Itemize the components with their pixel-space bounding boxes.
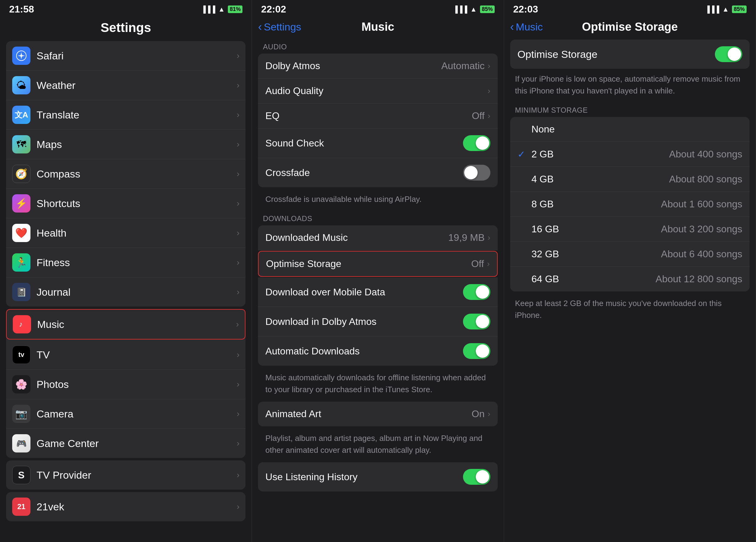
sidebar-item-label: Journal xyxy=(37,286,237,298)
compass-icon: 🧭 xyxy=(12,165,30,183)
chevron-icon: › xyxy=(237,110,239,120)
battery-badge-2: 85% xyxy=(480,5,495,13)
sidebar-item-fitness[interactable]: 🏃 Fitness › xyxy=(6,248,246,277)
sidebar-item-label: Photos xyxy=(37,378,237,390)
download-mobile-item[interactable]: Download over Mobile Data xyxy=(258,277,497,307)
sidebar-item-tvprovider[interactable]: S TV Provider › xyxy=(6,460,246,490)
sound-check-toggle[interactable] xyxy=(463,135,490,151)
audio-section-label: AUDIO xyxy=(258,40,497,54)
sidebar-item-gamecenter[interactable]: 🎮 Game Center › xyxy=(6,429,246,458)
music-settings-list: AUDIO Dolby Atmos Automatic › Audio Qual… xyxy=(252,40,503,542)
storage-option-4gb[interactable]: 4 GB About 800 songs xyxy=(510,167,750,192)
auto-downloads-label: Automatic Downloads xyxy=(265,345,463,357)
crossfade-item[interactable]: Crossfade xyxy=(258,158,497,187)
download-dolby-item[interactable]: Download in Dolby Atmos xyxy=(258,307,497,336)
storage-count: About 3 200 songs xyxy=(661,224,742,235)
storage-name: 2 GB xyxy=(532,149,669,160)
download-mobile-toggle[interactable] xyxy=(463,284,490,300)
downloaded-music-label: Downloaded Music xyxy=(265,232,448,243)
sidebar-item-maps[interactable]: 🗺 Maps › xyxy=(6,130,246,159)
downloaded-music-item[interactable]: Downloaded Music 19,9 MB › xyxy=(258,225,497,250)
optimise-storage-label: Optimise Storage xyxy=(266,258,471,270)
storage-options-list: None ✓ 2 GB About 400 songs 4 GB About 8… xyxy=(510,117,750,291)
storage-option-64gb[interactable]: 64 GB About 12 800 songs xyxy=(510,267,750,291)
sidebar-item-tv[interactable]: tv TV › xyxy=(6,340,246,370)
sound-check-label: Sound Check xyxy=(265,138,463,149)
storage-option-2gb[interactable]: ✓ 2 GB About 400 songs xyxy=(510,142,750,167)
audio-quality-item[interactable]: Audio Quality › xyxy=(258,79,497,104)
sidebar-item-label: Health xyxy=(37,227,237,239)
storage-option-8gb[interactable]: 8 GB About 1 600 songs xyxy=(510,192,750,217)
download-dolby-toggle[interactable] xyxy=(463,313,490,329)
sidebar-item-label: TV xyxy=(37,349,237,361)
photos-icon: 🌸 xyxy=(12,375,30,393)
eq-label: EQ xyxy=(265,110,472,122)
sidebar-item-photos[interactable]: 🌸 Photos › xyxy=(6,370,246,399)
animated-art-item[interactable]: Animated Art On › xyxy=(258,402,497,426)
storage-option-none[interactable]: None xyxy=(510,117,750,142)
chevron-icon: › xyxy=(488,86,490,96)
sidebar-item-label: Camera xyxy=(37,408,237,420)
sound-check-item[interactable]: Sound Check xyxy=(258,129,497,158)
opt-toggle-row[interactable]: Optimise Storage xyxy=(510,40,750,69)
sidebar-item-shortcuts[interactable]: ⚡ Shortcuts › xyxy=(6,189,246,218)
status-icons-1: ▐▐▐ ▲ 81% xyxy=(201,5,243,13)
optimise-storage-value: Off xyxy=(471,258,484,270)
opt-back-label: Music xyxy=(516,21,543,33)
shortcuts-icon: ⚡ xyxy=(12,194,30,213)
status-bar-2: 22:02 ▐▐▐ ▲ 85% xyxy=(252,0,503,17)
sidebar-item-weather[interactable]: 🌤 Weather › xyxy=(6,71,246,100)
sidebar-item-journal[interactable]: 📓 Journal › xyxy=(6,277,246,306)
chevron-icon: › xyxy=(237,350,239,359)
storage-option-32gb[interactable]: 32 GB About 6 400 songs xyxy=(510,242,750,267)
back-chevron-icon: ‹ xyxy=(510,20,514,34)
sidebar-item-translate[interactable]: 文A Translate › xyxy=(6,100,246,130)
back-label: Settings xyxy=(264,21,301,33)
sidebar-item-safari[interactable]: Safari › xyxy=(6,41,246,71)
music-nav-bar: ‹ Settings Music xyxy=(252,17,503,40)
battery-badge-3: 85% xyxy=(732,5,747,13)
chevron-icon: › xyxy=(237,438,239,448)
music-icon: ♪ xyxy=(13,315,31,333)
settings-list: Safari › 🌤 Weather › 文A Translate › 🗺 Ma… xyxy=(0,41,252,542)
sidebar-item-camera[interactable]: 📷 Camera › xyxy=(6,399,246,429)
use-listening-history-item[interactable]: Use Listening History xyxy=(258,462,497,491)
opt-back-button[interactable]: ‹ Music xyxy=(510,20,543,34)
sidebar-item-label: Shortcuts xyxy=(37,198,237,210)
sidebar-item-health[interactable]: ❤️ Health › xyxy=(6,218,246,248)
signal-icon: ▐▐▐ xyxy=(201,5,215,13)
use-listening-history-label: Use Listening History xyxy=(265,471,463,483)
dolby-atmos-item[interactable]: Dolby Atmos Automatic › xyxy=(258,54,497,79)
settings-group-3: S TV Provider › xyxy=(6,460,246,490)
optimise-storage-toggle[interactable] xyxy=(715,46,742,62)
chevron-icon: › xyxy=(488,61,490,71)
21vek-icon: 21 xyxy=(12,498,30,516)
chevron-icon: › xyxy=(487,259,490,269)
settings-group-1: Safari › 🌤 Weather › 文A Translate › 🗺 Ma… xyxy=(6,41,246,306)
chevron-icon: › xyxy=(237,258,239,268)
signal-icon: ▐▐▐ xyxy=(705,5,719,13)
svg-text:♪: ♪ xyxy=(19,320,23,328)
auto-downloads-toggle[interactable] xyxy=(463,343,490,359)
storage-name: 32 GB xyxy=(532,249,661,260)
storage-check-icon: ✓ xyxy=(518,149,528,160)
opt-settings-content: Optimise Storage If your iPhone is low o… xyxy=(504,40,756,542)
sidebar-item-music[interactable]: ♪ Music › xyxy=(6,309,246,339)
eq-item[interactable]: EQ Off › xyxy=(258,104,497,129)
opt-nav-bar: ‹ Music Optimise Storage xyxy=(504,17,756,40)
storage-option-16gb[interactable]: 16 GB About 3 200 songs xyxy=(510,217,750,242)
auto-downloads-item[interactable]: Automatic Downloads xyxy=(258,336,497,366)
optimise-storage-item[interactable]: Optimise Storage Off › xyxy=(258,251,497,277)
back-chevron-icon: ‹ xyxy=(258,20,262,34)
sidebar-item-21vek[interactable]: 21 21vek › xyxy=(6,492,246,521)
eq-value: Off xyxy=(472,110,485,122)
use-listening-toggle[interactable] xyxy=(463,469,490,485)
time-1: 21:58 xyxy=(9,4,34,15)
back-button[interactable]: ‹ Settings xyxy=(258,20,301,34)
status-icons-3: ▐▐▐ ▲ 85% xyxy=(705,5,747,13)
sidebar-item-compass[interactable]: 🧭 Compass › xyxy=(6,159,246,189)
chevron-icon: › xyxy=(237,379,239,389)
storage-name: 16 GB xyxy=(532,224,661,235)
crossfade-toggle[interactable] xyxy=(463,165,490,181)
chevron-icon: › xyxy=(236,319,239,329)
